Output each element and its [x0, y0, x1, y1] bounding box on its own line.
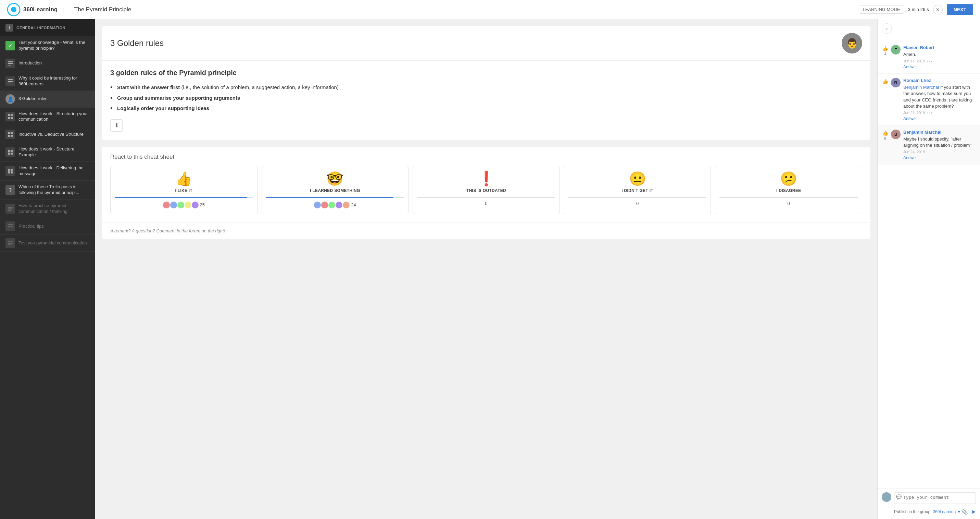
comment-reply-link[interactable]: Answer	[903, 116, 975, 121]
comment-like-button[interactable]: 👍	[882, 46, 888, 51]
svg-rect-19	[11, 153, 13, 155]
reaction-didnt-get[interactable]: 😐 I DIDN'T GET IT 0	[564, 166, 711, 214]
svg-rect-26	[8, 210, 11, 211]
sidebar-item-label: Test your knowledge - What is the pyrami…	[19, 40, 90, 51]
module-icon	[5, 129, 15, 139]
comments-panel: › 👍 4 F Flavien Robert Amen. Jun 11, 201…	[877, 19, 980, 519]
comment-date: Jun 24, 2019	[903, 150, 925, 154]
comment-item: 👍 4 F Flavien Robert Amen. Jun 11, 2019 …	[878, 41, 980, 74]
remark-text: A remark? A question? Comment in the for…	[102, 222, 870, 239]
comment-item: 👍 5 B Benjamin Marchal Maybe I should sp…	[878, 125, 980, 164]
svg-rect-15	[11, 135, 13, 137]
sidebar-item-label: Why it could be interesting for 360Learn…	[19, 75, 90, 87]
comment-like-section: 👍	[882, 78, 888, 121]
sidebar-item-test-pyramidal[interactable]: Test you pyramidal communication	[0, 235, 95, 252]
sidebar-item-practice[interactable]: How to practice pyramid communication / …	[0, 200, 95, 218]
module-icon	[5, 166, 15, 176]
svg-rect-5	[8, 79, 13, 80]
chevron-down-icon: ▼	[957, 510, 961, 514]
sidebar-item-label: Which of these Trello posts is following…	[19, 184, 90, 196]
svg-rect-9	[11, 114, 13, 116]
learning-mode-label: LEARNING MODE	[862, 7, 900, 12]
page-title: The Pyramid Principle	[74, 6, 131, 13]
comment-like-count: 5	[884, 136, 886, 141]
comment-like-button[interactable]: 👍	[882, 130, 888, 136]
toggle-comments-button[interactable]: ›	[882, 23, 892, 34]
sidebar-item-label: How does it work - Structure Example	[19, 146, 90, 158]
outdated-bar	[417, 197, 555, 198]
reaction-learned[interactable]: 🤓 I LEARNED SOMETHING 24	[262, 166, 409, 214]
sidebar-item-label: How to practice pyramid communication / …	[19, 203, 90, 215]
didnt-get-emoji: 😐	[629, 172, 646, 185]
comment-reply-link[interactable]: Answer	[903, 155, 975, 160]
commenter-avatar: F	[891, 45, 900, 54]
svg-rect-31	[8, 243, 13, 244]
comment-like-section: 👍 4	[882, 45, 888, 69]
comment-footer: Publish in the group: 360Learning ▼ 📎 ➤	[894, 508, 976, 516]
svg-rect-11	[11, 117, 13, 119]
instructor-avatar: 👨	[842, 33, 862, 53]
sidebar-item-delivering[interactable]: How does it work - Delivering the messag…	[0, 162, 95, 180]
svg-rect-30	[8, 241, 13, 242]
bullet-list: Start with the answer first (i.e., the s…	[110, 82, 862, 114]
sidebar-item-practical-tips[interactable]: Practical tips	[0, 218, 95, 235]
like-emoji: 👍	[175, 172, 192, 185]
comment-like-button[interactable]: 👍	[882, 78, 888, 84]
attach-button[interactable]: 📎	[961, 508, 968, 516]
svg-rect-7	[8, 83, 11, 83]
comment-reply-link[interactable]: Answer	[903, 64, 975, 69]
timer-sec-label: s	[927, 7, 929, 12]
learned-emoji: 🤓	[326, 172, 344, 185]
send-button[interactable]: ➤	[971, 508, 976, 516]
avatar	[328, 201, 335, 208]
module-icon	[5, 77, 15, 86]
layout: i GENERAL INFORMATION ✓ Test your knowle…	[0, 19, 980, 519]
disagree-label: I DISAGREE	[776, 188, 801, 193]
svg-rect-28	[8, 226, 13, 227]
avatar	[321, 201, 328, 208]
question-icon: ?	[5, 185, 15, 195]
reaction-like[interactable]: 👍 I LIKE IT 25	[110, 166, 258, 214]
sidebar-item-inductive[interactable]: Inductive vs. Deductive Structure	[0, 126, 95, 143]
next-button[interactable]: NEXT	[947, 4, 973, 15]
svg-rect-21	[11, 169, 13, 171]
comment-body: Benjamin Marchal Maybe I should specify,…	[903, 129, 975, 160]
timer-min-value: 3	[908, 7, 910, 12]
sidebar-item-why-interesting[interactable]: Why it could be interesting for 360Learn…	[0, 72, 95, 91]
avatar	[177, 201, 184, 208]
sidebar-item-trello[interactable]: ? Which of these Trello posts is followi…	[0, 180, 95, 200]
list-item: Start with the answer first (i.e., the s…	[110, 82, 862, 93]
learned-label: I LEARNED SOMETHING	[310, 188, 360, 193]
current-user-avatar	[882, 492, 891, 502]
meta-dots: •• •	[927, 59, 932, 63]
learned-stats: 24	[314, 201, 356, 208]
sidebar-item-introduction[interactable]: Introduction	[0, 55, 95, 72]
didnt-get-label: I DIDN'T GET IT	[622, 188, 653, 193]
sidebar-item-test-knowledge[interactable]: ✓ Test your knowledge - What is the pyra…	[0, 36, 95, 55]
group-name[interactable]: 360Learning	[933, 509, 956, 514]
list-item: Logically order your supporting ideas	[110, 103, 862, 114]
like-stats: 25	[163, 201, 205, 208]
avatar	[343, 201, 350, 208]
avatar	[163, 201, 170, 208]
download-button[interactable]: ⬇	[110, 119, 123, 132]
comment-input-inner: 💬 Publish in the group: 360Learning ▼ 📎 …	[894, 492, 976, 516]
sidebar-section-label: GENERAL INFORMATION	[16, 26, 65, 30]
sidebar-item-structure-example[interactable]: How does it work - Structure Example	[0, 143, 95, 162]
svg-rect-4	[8, 65, 11, 65]
comments-list: 👍 4 F Flavien Robert Amen. Jun 11, 2019 …	[878, 38, 980, 489]
header-left: 360Learning | The Pyramid Principle	[7, 3, 131, 16]
info-icon: i	[5, 24, 13, 32]
sidebar-item-structuring[interactable]: How does it work - Structuring your comm…	[0, 108, 95, 126]
comment-input[interactable]	[894, 492, 976, 504]
close-button[interactable]: ✕	[933, 5, 943, 14]
reaction-outdated[interactable]: ❗ THIS IS OUTDATED 0	[413, 166, 560, 214]
reaction-disagree[interactable]: 😕 I DISAGREE 0	[715, 166, 862, 214]
avatar	[192, 201, 199, 208]
sidebar-item-label: Practical tips	[19, 224, 44, 229]
sidebar-item-3-golden-rules[interactable]: 👤 3 Golden rules	[0, 91, 95, 108]
reactions-grid: 👍 I LIKE IT 25	[102, 166, 870, 222]
learned-bar-fill	[266, 197, 393, 198]
like-count: 25	[200, 202, 205, 208]
commenter-avatar: R	[891, 78, 900, 88]
